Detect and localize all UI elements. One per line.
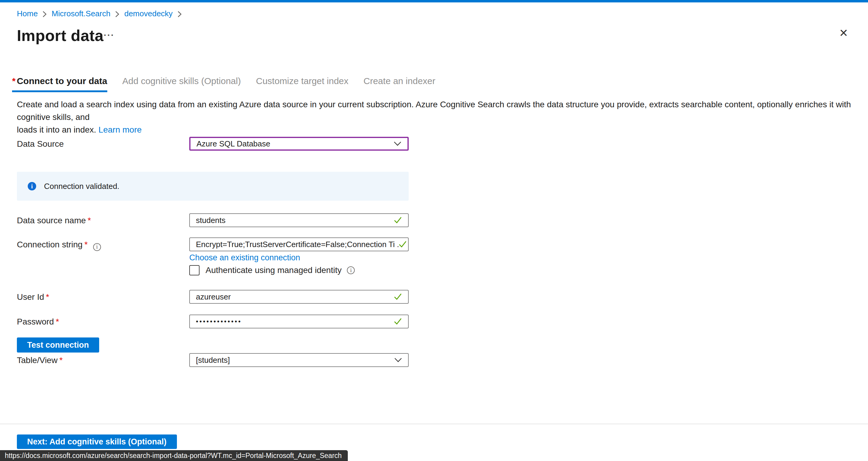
chevron-right-icon bbox=[115, 11, 119, 18]
managed-identity-label: Authenticate using managed identity bbox=[206, 266, 341, 275]
choose-existing-connection-link[interactable]: Choose an existing connection bbox=[189, 253, 300, 263]
tab-customize-target-index[interactable]: Customize target index bbox=[256, 76, 348, 92]
data-source-label: Data Source bbox=[17, 139, 64, 149]
breadcrumb-link-demovedecky[interactable]: demovedecky bbox=[124, 9, 173, 19]
tab-connect-to-your-data[interactable]: *Connect to your data bbox=[12, 76, 107, 92]
intro-line2: loads it into an index. bbox=[17, 125, 96, 134]
breadcrumb-link-home[interactable]: Home bbox=[17, 9, 38, 19]
intro-line1: Create and load a search index using dat… bbox=[17, 100, 851, 122]
tab-add-cognitive-skills[interactable]: Add cognitive skills (Optional) bbox=[122, 76, 241, 92]
portal-top-accent-bar bbox=[0, 0, 868, 2]
user-id-label: User Id* bbox=[17, 292, 49, 302]
next-add-cognitive-skills-button[interactable]: Next: Add cognitive skills (Optional) bbox=[17, 434, 177, 449]
close-icon[interactable]: ✕ bbox=[839, 28, 848, 38]
required-asterisk: * bbox=[59, 356, 63, 365]
required-asterisk: * bbox=[46, 292, 49, 302]
managed-identity-checkbox[interactable] bbox=[189, 265, 199, 275]
required-asterisk: * bbox=[84, 240, 88, 249]
link-url-statusbar: https://docs.microsoft.com/azure/search/… bbox=[0, 450, 348, 461]
required-asterisk: * bbox=[12, 76, 16, 86]
data-source-name-label: Data source name* bbox=[17, 216, 91, 225]
breadcrumb-link-microsoft-search[interactable]: Microsoft.Search bbox=[52, 9, 110, 19]
page-title: Import data bbox=[17, 27, 104, 44]
data-source-name-input[interactable] bbox=[189, 213, 409, 227]
info-icon[interactable]: i bbox=[347, 266, 355, 274]
info-icon: i bbox=[28, 182, 36, 190]
data-source-selected-value: Azure SQL Database bbox=[196, 139, 270, 149]
chevron-right-icon bbox=[178, 11, 182, 18]
footer-divider bbox=[0, 424, 868, 424]
connection-validated-banner: i Connection validated. bbox=[17, 172, 409, 201]
required-asterisk: * bbox=[88, 216, 91, 225]
info-icon[interactable]: i bbox=[93, 243, 101, 251]
password-label: Password* bbox=[17, 317, 59, 327]
chevron-right-icon bbox=[42, 11, 47, 18]
breadcrumb: Home Microsoft.Search demovedecky bbox=[17, 9, 182, 19]
intro-text: Create and load a search index using dat… bbox=[17, 98, 857, 136]
context-menu-ellipsis-icon[interactable]: ··· bbox=[104, 30, 115, 40]
table-view-selected-value: [students] bbox=[196, 356, 230, 365]
user-id-input[interactable] bbox=[189, 290, 409, 304]
password-input[interactable] bbox=[189, 314, 409, 329]
table-view-select[interactable]: [students] bbox=[189, 353, 409, 367]
banner-message: Connection validated. bbox=[44, 182, 119, 191]
chevron-down-icon bbox=[394, 358, 402, 363]
connection-string-label: Connection string*i bbox=[17, 240, 101, 251]
wizard-tabs: *Connect to your data Add cognitive skil… bbox=[12, 76, 451, 92]
test-connection-button[interactable]: Test connection bbox=[17, 337, 99, 352]
managed-identity-row: Authenticate using managed identity i bbox=[189, 265, 355, 275]
data-source-select[interactable]: Azure SQL Database bbox=[189, 137, 409, 151]
import-data-page: Home Microsoft.Search demovedecky Import… bbox=[0, 0, 868, 461]
chevron-down-icon bbox=[394, 141, 401, 146]
learn-more-link[interactable]: Learn more bbox=[98, 125, 142, 134]
table-view-label: Table/View* bbox=[17, 356, 63, 365]
connection-string-input[interactable] bbox=[189, 238, 409, 251]
required-asterisk: * bbox=[56, 317, 59, 326]
tab-create-an-indexer[interactable]: Create an indexer bbox=[364, 76, 435, 92]
